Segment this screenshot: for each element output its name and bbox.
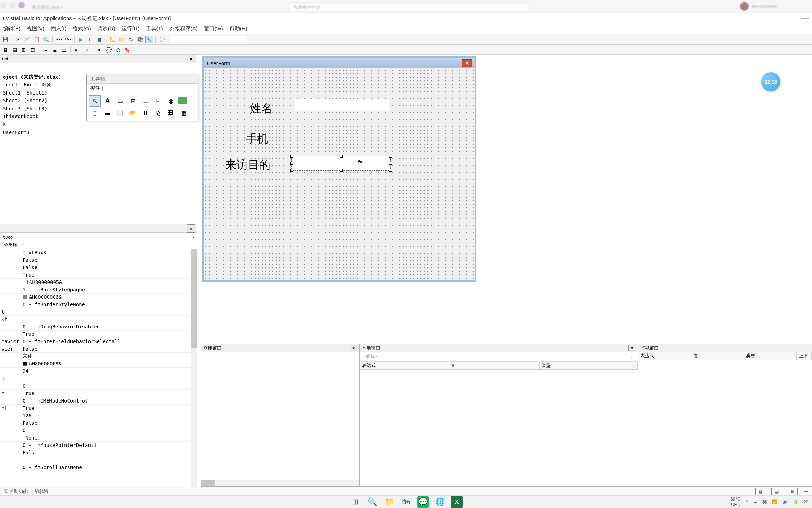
textbox-name[interactable]: [295, 99, 389, 111]
run-icon[interactable]: ▶: [77, 36, 85, 43]
volume-icon[interactable]: 🔊: [782, 499, 788, 504]
form-canvas[interactable]: 姓名 手机 来访目的: [204, 68, 475, 280]
col-value[interactable]: 值: [691, 352, 744, 360]
uncomment-icon[interactable]: 🗯: [114, 46, 122, 54]
col-expression[interactable]: 表达式: [638, 352, 691, 360]
view-break-icon[interactable]: ⊞: [788, 488, 798, 495]
multipage-control-icon[interactable]: 📂: [127, 107, 139, 119]
align-left-icon[interactable]: ≡: [42, 46, 50, 54]
property-row[interactable]: (None): [0, 434, 197, 442]
search-icon[interactable]: 🔍: [366, 496, 378, 508]
scrollbar[interactable]: [201, 480, 359, 486]
close-icon[interactable]: ×: [350, 345, 357, 351]
view-normal-icon[interactable]: ▦: [755, 488, 765, 495]
menu-edit[interactable]: 编辑(E): [3, 25, 20, 32]
redo-icon[interactable]: ↷: [64, 36, 72, 43]
chevron-up-icon[interactable]: ^: [745, 499, 748, 504]
listbox-control-icon[interactable]: ☰: [140, 95, 152, 107]
design-mode-icon[interactable]: 📐: [109, 36, 116, 43]
property-row[interactable]: False: [0, 256, 197, 264]
property-row[interactable]: True: [0, 271, 197, 279]
toggle-bp-icon[interactable]: ●: [96, 46, 103, 54]
label-name[interactable]: 姓名: [250, 101, 272, 116]
property-row[interactable]: 24: [0, 368, 197, 375]
property-row[interactable]: htTrue: [0, 405, 197, 412]
help-icon[interactable]: ⓘ: [158, 36, 166, 43]
wechat-icon[interactable]: 💬: [417, 496, 429, 508]
comment-icon[interactable]: 💬: [105, 46, 112, 54]
property-row[interactable]: &H80000008&: [0, 360, 197, 368]
property-row[interactable]: False: [0, 419, 197, 427]
menu-help[interactable]: 帮助(H): [229, 25, 247, 32]
menu-tools[interactable]: 工具(T): [146, 25, 163, 32]
property-row[interactable]: 0: [0, 427, 197, 434]
togglebutton-control-icon[interactable]: [178, 97, 187, 104]
checkbox-control-icon[interactable]: ☑: [152, 95, 164, 107]
object-selector[interactable]: tBox: [0, 233, 197, 241]
col-type[interactable]: 类型: [540, 362, 638, 369]
property-row[interactable]: t: [0, 308, 197, 316]
start-icon[interactable]: ⊞: [349, 496, 361, 508]
label-phone[interactable]: 手机: [246, 131, 268, 147]
wifi-icon[interactable]: 📶: [772, 499, 777, 504]
send-back-icon[interactable]: ▤: [11, 46, 18, 54]
frame-control-icon[interactable]: ⬚: [89, 107, 101, 119]
close-icon[interactable]: ×: [187, 55, 195, 63]
chrome-icon[interactable]: 🌐: [434, 496, 446, 508]
cloud-icon[interactable]: ☁: [753, 499, 757, 504]
property-row[interactable]: 0 - fmDragBehaviorDisabled: [0, 323, 197, 331]
col-context[interactable]: 上下: [797, 352, 812, 360]
project-userform[interactable]: UserForm1: [3, 128, 195, 136]
image-control-icon[interactable]: 🖼: [165, 107, 177, 119]
scrollbar-control-icon[interactable]: ⏸: [140, 107, 152, 119]
minimize-button[interactable]: —: [801, 14, 809, 23]
bookmark-icon[interactable]: 🔖: [123, 46, 131, 54]
clock[interactable]: 20: [804, 499, 808, 504]
group-icon[interactable]: ⊞: [20, 46, 27, 54]
close-icon[interactable]: ×: [187, 224, 195, 233]
property-row[interactable]: D: [0, 375, 197, 382]
property-row[interactable]: 0 - fmIMEModeNoControl: [0, 397, 197, 405]
refedit-control-icon[interactable]: ▦: [178, 107, 190, 119]
property-row[interactable]: 0 - fmBorderStyleNone: [0, 301, 197, 308]
copy-icon[interactable]: 📄: [24, 36, 31, 43]
pointer-icon[interactable]: ↖: [89, 95, 101, 107]
project-item[interactable]: k: [3, 120, 195, 128]
props-tab-categorized[interactable]: 分类序: [0, 241, 21, 249]
bring-front-icon[interactable]: ▦: [1, 46, 9, 54]
property-row[interactable]: &H80000005&: [0, 279, 197, 286]
property-row[interactable]: havior0 - fmEnterFieldBehaviorSelectAll: [0, 338, 197, 345]
property-row[interactable]: [0, 456, 197, 464]
col-expression[interactable]: 表达式: [360, 362, 448, 369]
property-row[interactable]: &H80000006&: [0, 294, 197, 301]
project-explorer-icon[interactable]: 📁: [118, 36, 125, 43]
menu-window[interactable]: 窗口(W): [204, 25, 223, 32]
language-icon[interactable]: 英: [762, 499, 767, 505]
tabstrip-control-icon[interactable]: 📑: [114, 107, 126, 119]
property-row[interactable]: xt: [0, 316, 197, 323]
property-row[interactable]: 0: [0, 382, 197, 390]
cut-icon[interactable]: ✂: [14, 36, 22, 43]
store-icon[interactable]: 🛍: [400, 496, 412, 508]
combobox-control-icon[interactable]: ⊟: [127, 95, 139, 107]
toolbox-tab[interactable]: 控件 |: [87, 84, 198, 93]
textbox-control-icon[interactable]: ▭: [114, 95, 126, 107]
property-row[interactable]: 0 - fmScrollBarsNone: [0, 464, 197, 471]
paste-icon[interactable]: 📋: [33, 36, 41, 43]
label-control-icon[interactable]: A: [102, 95, 113, 107]
excel-search[interactable]: 🔍 搜索(Alt+Q): [289, 3, 529, 11]
close-icon[interactable]: ✕: [462, 59, 472, 67]
menu-run[interactable]: 运行(R): [122, 25, 140, 32]
menu-addins[interactable]: 外接程序(A): [170, 25, 198, 32]
view-layout-icon[interactable]: ▤: [771, 488, 781, 495]
menu-debug[interactable]: 调试(D): [97, 25, 115, 32]
excel-icon[interactable]: X: [451, 496, 463, 508]
label-purpose[interactable]: 来访目的: [225, 157, 270, 173]
menu-view[interactable]: 视图(V): [27, 25, 44, 32]
property-row[interactable]: viorFalse: [0, 345, 197, 353]
align-center-icon[interactable]: ≣: [51, 46, 59, 54]
property-row[interactable]: 1 - fmBackStyleOpaque: [0, 286, 197, 294]
menu-insert[interactable]: 插入(I): [51, 25, 66, 32]
property-row[interactable]: 126: [0, 412, 197, 419]
property-row[interactable]: 宋体: [0, 353, 197, 360]
